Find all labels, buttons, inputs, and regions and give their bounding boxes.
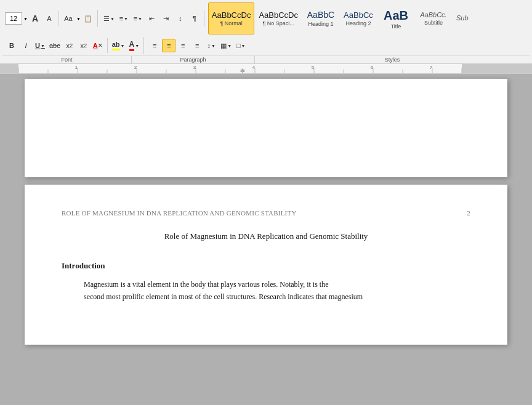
- highlight-icon: ab: [112, 41, 120, 50]
- font-color-icon: A: [129, 40, 135, 51]
- style-normal-preview: AaBbCcDc: [212, 10, 251, 20]
- style-subtitle-button[interactable]: AaBbCc. Subtitle: [415, 2, 452, 34]
- copy-format-button[interactable]: 📋: [81, 12, 95, 25]
- svg-text:4: 4: [252, 65, 256, 70]
- style-normal-label: ¶ Normal: [220, 20, 242, 26]
- style-normal-button[interactable]: AaBbCcDc ¶ Normal: [208, 2, 255, 34]
- sort-button[interactable]: ↕: [174, 12, 187, 25]
- multilevel-dropdown-icon[interactable]: ▼: [138, 17, 142, 21]
- borders-dropdown-icon[interactable]: ▼: [241, 44, 245, 48]
- styles-group: AaBbCcDc ¶ Normal AaBbCcDc ¶ No Spaci...…: [206, 2, 475, 34]
- multilevel-list-button[interactable]: ≡ ▼: [131, 12, 145, 25]
- line-spacing-dropdown-icon[interactable]: ▼: [211, 44, 216, 48]
- clear-format-button[interactable]: A ✕: [91, 39, 105, 52]
- paragraph-group-row1: ☰ ▼ ≡ ▼ ≡ ▼ ⇤ ⇥ ↕ ¶: [99, 10, 204, 27]
- grow-font-button[interactable]: A: [28, 12, 42, 25]
- style-more-button[interactable]: Sub: [453, 2, 472, 34]
- styles-ribbon: AaBbCcDc ¶ Normal AaBbCcDc ¶ No Spaci...…: [208, 2, 472, 34]
- show-marks-button[interactable]: ¶: [188, 12, 201, 25]
- clear-format-icon: A: [93, 42, 98, 49]
- font-size-input[interactable]: [5, 12, 22, 25]
- paragraph-align-group: ≡ ≡ ≡ ≡ ↕ ▼ ▦ ▼ □ ▼: [145, 37, 250, 54]
- font-group: ▼ A A Aa ▼ 📋: [2, 10, 98, 27]
- font-size-dropdown-arrow[interactable]: ▼: [23, 17, 28, 21]
- numbered-dropdown-icon[interactable]: ▼: [124, 17, 128, 21]
- underline-icon: U: [35, 42, 40, 49]
- highlight-dropdown-icon[interactable]: ▼: [121, 44, 125, 48]
- align-left-button[interactable]: ≡: [148, 39, 161, 52]
- increase-indent-icon: ⇥: [163, 15, 169, 23]
- style-heading1-button[interactable]: AaBbC Heading 1: [302, 2, 339, 34]
- justify-icon: ≡: [195, 42, 199, 49]
- align-center-icon: ≡: [167, 42, 171, 49]
- bold-button[interactable]: B: [5, 39, 18, 52]
- style-title-preview: AaB: [384, 8, 408, 23]
- line-spacing-button[interactable]: ↕ ▼: [204, 39, 218, 52]
- style-no-spacing-button[interactable]: AaBbCcDc ¶ No Spaci...: [255, 2, 302, 34]
- borders-button[interactable]: □ ▼: [234, 39, 248, 52]
- svg-text:5: 5: [312, 65, 315, 70]
- svg-rect-1: [0, 64, 18, 73]
- underline-button[interactable]: U ▼: [33, 39, 47, 52]
- font-color-dropdown-icon[interactable]: ▼: [135, 44, 139, 48]
- shrink-font-button[interactable]: A: [42, 12, 56, 25]
- page-1: [25, 79, 507, 177]
- increase-indent-button[interactable]: ⇥: [159, 12, 173, 25]
- svg-text:7: 7: [430, 65, 433, 70]
- styles-section-label: Styles: [255, 56, 530, 63]
- style-subtitle-label: Subtitle: [424, 20, 443, 26]
- subscript-button[interactable]: x2: [63, 39, 76, 52]
- style-no-spacing-label: ¶ No Spaci...: [263, 20, 294, 26]
- svg-rect-3: [18, 64, 462, 73]
- justify-button[interactable]: ≡: [190, 39, 204, 52]
- numbered-list-button[interactable]: ≡ ▼: [117, 12, 131, 25]
- decrease-indent-icon: ⇤: [149, 15, 155, 23]
- superscript-button[interactable]: x2: [77, 39, 91, 52]
- align-right-icon: ≡: [181, 42, 185, 49]
- font-aa-button[interactable]: Aa: [62, 12, 75, 25]
- style-title-button[interactable]: AaB Title: [377, 2, 414, 34]
- bullets-dropdown-icon[interactable]: ▼: [110, 17, 115, 21]
- shading-dropdown-icon[interactable]: ▼: [227, 44, 232, 48]
- numbered-list-icon: ≡: [119, 15, 123, 22]
- shading-button[interactable]: ▦ ▼: [219, 39, 233, 52]
- style-heading1-preview: AaBbC: [307, 10, 334, 20]
- paragraph-section-label: Paragraph: [132, 56, 255, 63]
- strikethrough-button[interactable]: abc: [47, 39, 62, 52]
- style-heading2-preview: AaBbCc: [344, 10, 373, 20]
- multilevel-icon: ≡: [134, 15, 137, 22]
- sort-icon: ↕: [179, 15, 182, 22]
- italic-button[interactable]: I: [19, 39, 33, 52]
- style-sub-preview: Sub: [456, 14, 469, 22]
- svg-text:2: 2: [134, 65, 137, 70]
- running-head-text: ROLE OF MAGNESIUM IN DNA REPLICATION AND…: [62, 209, 297, 217]
- page-number: 2: [467, 209, 470, 217]
- bullets-icon: ☰: [103, 15, 110, 23]
- font-dropdown-arrow[interactable]: ▼: [76, 17, 81, 21]
- svg-text:3: 3: [193, 65, 196, 70]
- align-center-button[interactable]: ≡: [162, 39, 175, 52]
- highlight-button[interactable]: ab ▼: [110, 39, 127, 52]
- style-subtitle-preview: AaBbCc.: [420, 11, 446, 19]
- show-marks-icon: ¶: [193, 15, 196, 22]
- line-spacing-icon: ↕: [207, 42, 211, 49]
- svg-text:1: 1: [75, 65, 78, 70]
- style-title-label: Title: [391, 23, 401, 30]
- underline-dropdown-icon[interactable]: ▼: [41, 44, 45, 48]
- style-heading2-button[interactable]: AaBbCc Heading 2: [340, 2, 377, 34]
- font-color-button[interactable]: A ▼: [127, 39, 142, 52]
- running-head: ROLE OF MAGNESIUM IN DNA REPLICATION AND…: [62, 209, 470, 217]
- align-right-button[interactable]: ≡: [176, 39, 190, 52]
- document-title: Role of Magnesium in DNA Replication and…: [62, 231, 470, 241]
- ruler: 1 2 3 4 5 6 7: [0, 64, 532, 74]
- font-format-group: B I U ▼ abc x2 x2 A ✕ ab ▼: [2, 37, 144, 54]
- style-no-spacing-preview: AaBbCcDc: [259, 10, 298, 20]
- clear-eraser-icon: ✕: [98, 42, 103, 49]
- borders-icon: □: [236, 42, 241, 49]
- ruler-inner: 1 2 3 4 5 6 7: [0, 64, 532, 73]
- decrease-indent-button[interactable]: ⇤: [145, 12, 159, 25]
- style-heading1-label: Heading 1: [308, 21, 333, 27]
- paragraph-1: Magnesium is a vital element in the body…: [62, 278, 470, 291]
- bullets-button[interactable]: ☰ ▼: [102, 12, 116, 25]
- page-2: ROLE OF MAGNESIUM IN DNA REPLICATION AND…: [25, 185, 507, 345]
